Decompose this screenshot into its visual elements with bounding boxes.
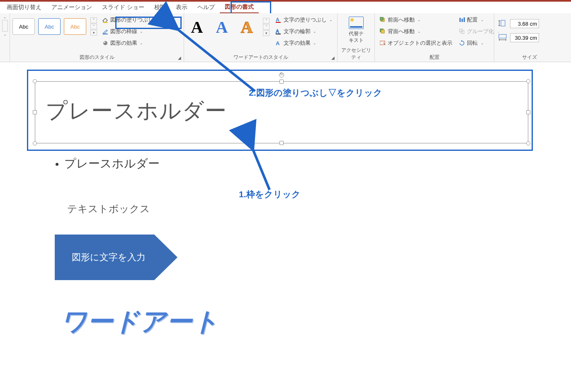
send-backward-button[interactable]: 背面へ移動⌄	[377, 27, 455, 36]
send-backward-icon	[380, 29, 386, 34]
send-backward-label: 背面へ移動	[388, 28, 415, 35]
svg-rect-15	[462, 19, 463, 22]
shape-fill-label: 図形の塗りつぶし	[110, 16, 153, 24]
arrow-shape[interactable]: 図形に文字を入力	[55, 235, 177, 280]
tab-view[interactable]: 表示	[171, 2, 192, 13]
chevron-down-icon[interactable]: ⌄	[3, 15, 7, 19]
shape-style-preset-1[interactable]: Abc	[12, 18, 35, 35]
svg-rect-1	[103, 34, 108, 34]
text-fill-icon: A	[275, 17, 282, 23]
image-icon	[349, 17, 364, 29]
svg-line-21	[176, 28, 255, 91]
width-input[interactable]	[510, 33, 539, 42]
wordart-shape[interactable]: ワードアート	[61, 304, 219, 339]
rotation-handle[interactable]	[279, 73, 284, 77]
selection-pane-label: オブジェクトの選択と表示	[388, 39, 452, 47]
ribbon: ⌄ ⌄ Abc Abc Abc ˄ ˅ ▾	[0, 13, 571, 62]
text-effects-icon: A	[275, 40, 282, 46]
svg-point-3	[104, 41, 105, 43]
resize-handle-s[interactable]	[279, 141, 284, 145]
text-fill-label: 文字の塗りつぶし	[284, 16, 327, 24]
text-outline-button[interactable]: A 文字の輪郭⌄	[273, 27, 335, 36]
svg-rect-14	[459, 18, 461, 22]
slide[interactable]: プレースホルダー プレースホルダー テキストボックス 図形に文字を入力 ワードア…	[2, 70, 542, 392]
shape-outline-button[interactable]: 図形の枠線⌄	[100, 27, 162, 36]
text-outline-label: 文字の輪郭	[284, 28, 311, 35]
tab-animation[interactable]: アニメーション	[46, 2, 97, 13]
tab-bar: 画面切り替え アニメーション スライド ショー 校閲 表示 ヘルプ 図形の書式	[0, 2, 571, 13]
text-fill-button[interactable]: A 文字の塗りつぶし⌄	[273, 15, 335, 25]
group-label-accessibility: アクセシビリティ	[340, 46, 372, 62]
dialog-launcher-wordart[interactable]: ◢	[330, 55, 336, 60]
shape-style-preset-2[interactable]: Abc	[38, 18, 61, 35]
tab-transition[interactable]: 画面切り替え	[2, 2, 46, 13]
title-placeholder-text[interactable]: プレースホルダー	[46, 97, 227, 126]
gallery-more-icon[interactable]: ▾	[263, 30, 270, 36]
content-placeholder-bullet[interactable]: プレースホルダー	[56, 156, 160, 172]
svg-rect-10	[380, 17, 383, 20]
text-effects-button[interactable]: A 文字の効果⌄	[273, 38, 335, 48]
svg-point-2	[103, 41, 107, 45]
resize-handle-sw[interactable]	[33, 141, 37, 145]
group-label-size: サイズ	[497, 53, 562, 62]
selection-pane-button[interactable]: オブジェクトの選択と表示	[377, 38, 455, 48]
align-icon	[459, 17, 465, 23]
text-effects-label: 文字の効果	[284, 39, 311, 47]
tab-slideshow[interactable]: スライド ショー	[97, 2, 149, 13]
alt-text-label-2: キスト	[349, 37, 364, 43]
svg-rect-20	[499, 34, 506, 38]
bullet-icon	[56, 163, 58, 166]
gallery-up-icon[interactable]: ˄	[90, 17, 97, 23]
height-input[interactable]	[510, 19, 539, 28]
tab-shape-format[interactable]: 図形の書式	[220, 2, 259, 14]
svg-rect-16	[464, 17, 465, 22]
alt-text-label-1: 代替テ	[349, 31, 364, 36]
gallery-more-icon[interactable]: ▾	[90, 30, 97, 36]
group-icon	[459, 29, 465, 34]
group-label: グループ化	[467, 28, 494, 35]
resize-handle-nw[interactable]	[33, 79, 37, 83]
gallery-down-icon[interactable]: ˅	[263, 24, 270, 30]
svg-rect-7	[276, 34, 281, 34]
chevron-down-icon[interactable]: ⌄	[3, 32, 7, 36]
width-icon	[498, 34, 508, 41]
shape-fill-button[interactable]: 図形の塗りつぶし⌄	[100, 15, 162, 25]
text-outline-icon: A	[275, 28, 282, 35]
slide-canvas: プレースホルダー プレースホルダー テキストボックス 図形に文字を入力 ワードア…	[0, 62, 571, 66]
bring-forward-icon	[380, 17, 386, 23]
shape-effects-label: 図形の効果	[110, 39, 137, 47]
resize-handle-se[interactable]	[526, 141, 530, 145]
resize-handle-n[interactable]	[279, 80, 284, 84]
svg-text:A: A	[276, 40, 280, 46]
gallery-up-icon[interactable]: ˄	[263, 18, 270, 24]
annotation-arrow-2	[172, 25, 263, 97]
svg-rect-19	[501, 20, 505, 26]
resize-handle-ne[interactable]	[526, 79, 530, 83]
group-label-shape-styles: 図形のスタイル	[12, 53, 181, 62]
resize-handle-e[interactable]	[526, 110, 530, 114]
svg-rect-0	[103, 22, 108, 23]
textbox-shape[interactable]: テキストボックス	[67, 202, 150, 215]
shape-effects-icon	[102, 40, 109, 46]
svg-rect-13	[380, 41, 385, 45]
shape-outline-label: 図形の枠線	[110, 28, 137, 35]
svg-text:A: A	[276, 17, 279, 23]
group-accessibility: 代替テ キスト アクセシビリティ	[338, 13, 375, 62]
bring-forward-label: 前面へ移動	[388, 16, 415, 24]
bring-forward-button[interactable]: 前面へ移動⌄	[377, 15, 455, 25]
alt-text-button[interactable]: 代替テ キスト	[345, 15, 368, 45]
tab-review[interactable]: 校閲	[149, 2, 171, 13]
gallery-down-icon[interactable]: ˅	[90, 24, 97, 29]
shape-effects-button[interactable]: 図形の効果⌄	[100, 38, 162, 48]
svg-text:A: A	[276, 29, 279, 34]
svg-rect-12	[381, 30, 384, 33]
svg-line-22	[252, 148, 270, 190]
shape-style-preset-3[interactable]: Abc	[64, 18, 86, 35]
resize-handle-w[interactable]	[33, 110, 37, 114]
paint-bucket-icon	[102, 17, 109, 23]
align-label: 配置	[467, 16, 478, 24]
tab-help[interactable]: ヘルプ	[192, 2, 220, 13]
group-arrange: 前面へ移動⌄ 背面へ移動⌄ オブジェクトの選択と表示 配置⌄	[375, 13, 494, 62]
group-shape-styles: Abc Abc Abc ˄ ˅ ▾ 図形の塗りつぶし⌄ 図形	[10, 13, 184, 62]
bullet-text: プレースホルダー	[64, 157, 160, 170]
